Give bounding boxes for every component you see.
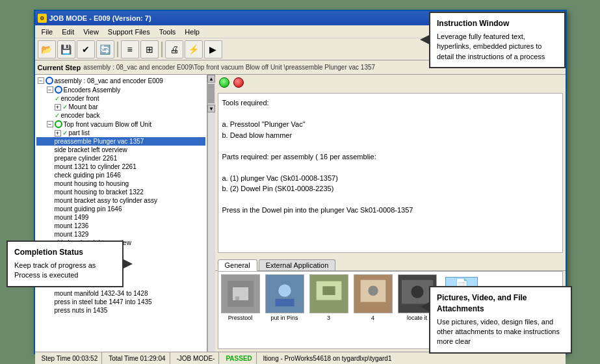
circle-icon-5	[55, 120, 62, 128]
menu-edit[interactable]: Edit	[58, 27, 78, 37]
toolbar-grid-button[interactable]: ⊞	[140, 40, 159, 58]
status-total-time: Total Time 01:29:04	[105, 352, 170, 364]
tree-item-1[interactable]: − Encoders Assembly	[36, 85, 205, 94]
tree-label-6: part list	[69, 129, 90, 136]
attachment-0[interactable]: Presstool	[221, 274, 260, 321]
instruction-window-callout: Instruction Window Leverage fully featur…	[429, 12, 566, 68]
attachment-2[interactable]: 3	[309, 274, 348, 321]
toolbar-play-button[interactable]: ▶	[204, 40, 222, 58]
attachment-1[interactable]: put in Pins	[265, 274, 304, 321]
tree-item-16[interactable]: mount 1499	[36, 213, 205, 222]
toolbar-check-button[interactable]: ✔	[77, 40, 95, 58]
svg-rect-5	[275, 299, 294, 307]
tree-item-0[interactable]: − assembly : 08_vac and encoder E009	[36, 76, 205, 85]
attachment-label-2: 3	[327, 315, 330, 321]
tree-item-10[interactable]: mount 1321 to cylinder 2261	[36, 162, 205, 171]
pictures-title: Pictures, Video, and File Attachments	[437, 292, 564, 315]
check-3: ✓	[62, 103, 68, 110]
tree-item-14[interactable]: mount bracket assy to cylinder assy	[36, 196, 205, 205]
menu-help[interactable]: Help	[181, 27, 203, 37]
instruction-line-4	[222, 140, 558, 151]
tree-item-4[interactable]: ✓ encoder back	[36, 111, 205, 120]
toolbar-open-button[interactable]: 📂	[38, 40, 56, 58]
toolbar-refresh-button[interactable]: 🔄	[96, 40, 114, 58]
completion-status-body: Keep track of progress as Process is exe…	[14, 261, 116, 281]
instruction-line-5: Parts required: per assembly ( 16 per as…	[222, 151, 558, 162]
tree-label-10: mount 1321 to cylinder 2261	[55, 163, 137, 170]
callout-arrow-left-pv	[420, 302, 430, 312]
expand-icon-1[interactable]: −	[47, 86, 53, 93]
tree-item-15[interactable]: mount guiding pin 1646	[36, 205, 205, 213]
menu-tools[interactable]: Tools	[155, 27, 180, 37]
circle-icon-0	[46, 77, 53, 84]
tree-item-2[interactable]: ✓ encoder front	[36, 94, 205, 103]
tree-label-4: encoder back	[61, 112, 100, 119]
toolbar-save-button[interactable]: 💾	[57, 40, 75, 58]
current-step-label: Current Step	[38, 64, 81, 72]
attachment-label-1: put in Pins	[270, 315, 298, 321]
tree-item-25[interactable]: mount manifold 1432-34 to 1428	[36, 289, 205, 298]
current-step-value: assembly : 08_vac and encoder E009\Top f…	[83, 64, 375, 71]
tabs-bar: General External Application	[215, 255, 566, 271]
window-title: JOB MODE - E009 (Version: 7)	[49, 14, 151, 22]
menu-file[interactable]: File	[38, 27, 57, 37]
callout-arrow-left	[420, 34, 430, 45]
tree-label-27: press nuts in 1435	[55, 307, 108, 314]
status-bar: Step Time 00:03:52 Total Time 01:29:04 -…	[35, 352, 566, 364]
tree-label-9: prepare cylinder 2261	[55, 155, 118, 162]
svg-rect-8	[322, 286, 335, 295]
instruction-area: Tools required: a. Presstool "Plunger Va…	[218, 93, 563, 253]
tree-item-12[interactable]: mount housing to housing	[36, 179, 205, 188]
attachment-thumb-0	[221, 274, 260, 313]
expand-icon-0[interactable]: −	[38, 77, 44, 84]
toolbar-print-button[interactable]: 🖨	[165, 40, 183, 58]
tree-item-17[interactable]: mount 1236	[36, 222, 205, 230]
instruction-line-2: a. Presstool "Plunger Vac"	[222, 119, 558, 130]
check-4: ✓	[55, 112, 60, 119]
app-icon: ⚙	[38, 14, 47, 23]
scroll-up-button[interactable]: ▲	[207, 75, 215, 83]
left-panel: − assembly : 08_vac and encoder E009 − E…	[35, 75, 207, 352]
scroll-thumb[interactable]	[208, 84, 215, 103]
tree-item-13[interactable]: mount housing to bracket 1322	[36, 188, 205, 196]
left-panel-scrollbar[interactable]: ▲ ▼	[207, 75, 215, 352]
check-6: ✓	[62, 129, 68, 136]
tree-item-5[interactable]: − Top front vacuum Blow off Unit	[36, 120, 205, 129]
tree-label-8: side bracket left overview	[55, 146, 127, 153]
menu-support-files[interactable]: Support Files	[104, 27, 154, 37]
tree-label-25: mount manifold 1432-34 to 1428	[55, 290, 148, 297]
completion-status-title: Completion Status	[14, 247, 116, 258]
toolbar-list-button[interactable]: ≡	[121, 40, 139, 58]
toolbar-separator-1	[117, 42, 118, 57]
expand-icon-5[interactable]: −	[47, 121, 53, 127]
tree-label-7: preassemble Plunger vac 1357	[55, 138, 144, 145]
tree-item-6[interactable]: + ✓ part list	[36, 129, 205, 137]
tree-item-3[interactable]: + ✓ Mount bar	[36, 103, 205, 111]
expand-icon-6[interactable]: +	[55, 130, 61, 136]
tree-item-9[interactable]: prepare cylinder 2261	[36, 154, 205, 162]
tree-item-18[interactable]: mount 1329	[36, 230, 205, 239]
tab-external-application[interactable]: External Application	[259, 259, 336, 270]
status-step-time: Step Time 00:03:52	[38, 352, 103, 364]
toolbar-flash-button[interactable]: ⚡	[185, 40, 203, 58]
menu-view[interactable]: View	[79, 27, 103, 37]
svg-point-4	[278, 285, 291, 297]
expand-icon-3[interactable]: +	[55, 104, 61, 110]
tree-label-14: mount bracket assy to cylinder assy	[55, 197, 157, 204]
tree-label-13: mount housing to bracket 1322	[55, 188, 144, 196]
status-user-info: ltiong - ProWorks54618 on tygardlxp\tyga…	[259, 352, 396, 364]
tree-label-3: Mount bar	[69, 103, 98, 110]
tree-item-7[interactable]: preassemble Plunger vac 1357	[36, 137, 205, 146]
tab-general[interactable]: General	[218, 259, 257, 271]
attachment-3[interactable]: 4	[354, 274, 393, 321]
attachment-thumb-3	[354, 274, 393, 313]
tree-item-27[interactable]: press nuts in 1435	[36, 306, 205, 315]
tree-item-11[interactable]: check guiding pin 1646	[36, 171, 205, 179]
tree-label-1: Encoders Assembly	[64, 86, 121, 94]
tree-item-8[interactable]: side bracket left overview	[36, 146, 205, 154]
tree-item-26[interactable]: press in steel tube 1447 into 1435	[36, 298, 205, 306]
tree-label-12: mount housing to housing	[55, 180, 129, 187]
title-bar-left: ⚙ JOB MODE - E009 (Version: 7)	[38, 14, 151, 23]
scroll-down-button[interactable]: ▼	[207, 105, 215, 112]
circle-icon-1	[55, 86, 62, 94]
